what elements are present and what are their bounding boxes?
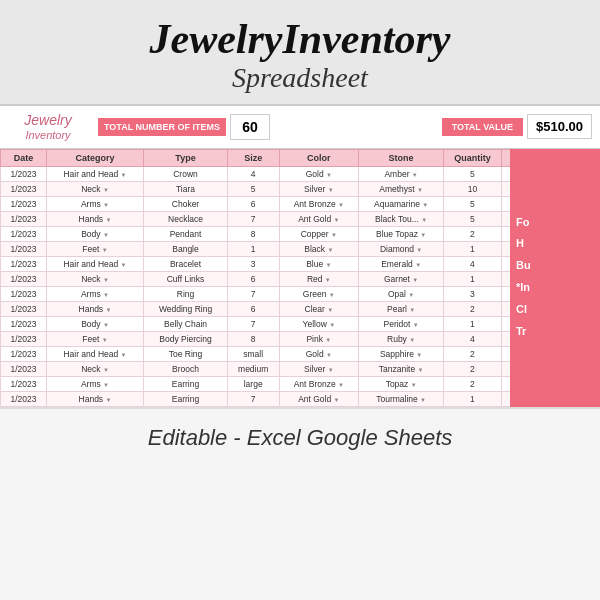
table-cell: 6 xyxy=(227,271,279,286)
table-cell: Ant Bronze ▼ xyxy=(279,376,359,391)
table-cell: 5 xyxy=(444,166,502,181)
footer-text: Editable - Excel Google Sheets xyxy=(10,425,590,451)
table-cell: Tiara xyxy=(144,181,228,196)
header: Jewelry Inventory Spreadsheet xyxy=(0,0,600,104)
table-cell: Ring xyxy=(144,286,228,301)
table-cell: Aquamarine ▼ xyxy=(359,196,444,211)
total-items-value: 60 xyxy=(230,114,270,140)
table-cell: Crown xyxy=(144,166,228,181)
table-cell: 2 xyxy=(444,346,502,361)
table-cell: 1 xyxy=(444,271,502,286)
table-cell: 3 xyxy=(444,286,502,301)
table-cell: medium xyxy=(227,361,279,376)
total-value-value: $510.00 xyxy=(527,114,592,139)
table-cell: Arms ▼ xyxy=(46,376,143,391)
table-cell: 2 xyxy=(444,376,502,391)
table-cell: Neck ▼ xyxy=(46,271,143,286)
table-cell: Black ▼ xyxy=(279,241,359,256)
table-cell: Ant Bronze ▼ xyxy=(279,196,359,211)
table-cell: Black Tou... ▼ xyxy=(359,211,444,226)
table-cell: large xyxy=(227,376,279,391)
table-cell: 1/2023 xyxy=(1,211,47,226)
table-cell: small xyxy=(227,346,279,361)
table-cell: 5 xyxy=(444,211,502,226)
table-cell: Neck ▼ xyxy=(46,181,143,196)
table-cell: 10 xyxy=(444,181,502,196)
table-cell: 7 xyxy=(227,316,279,331)
table-cell: Wedding Ring xyxy=(144,301,228,316)
table-cell: Choker xyxy=(144,196,228,211)
logo-line2: Inventory xyxy=(8,129,88,142)
table-cell: 1/2023 xyxy=(1,271,47,286)
total-items-stat: TOTAL NUMBER OF ITEMS 60 xyxy=(98,114,270,140)
col-category: Category xyxy=(46,149,143,166)
table-cell: 1/2023 xyxy=(1,181,47,196)
table-cell: 1/2023 xyxy=(1,346,47,361)
total-value-label: TOTAL VALUE xyxy=(442,118,523,137)
table-cell: Earring xyxy=(144,391,228,406)
table-cell: 7 xyxy=(227,391,279,406)
table-cell: 1/2023 xyxy=(1,256,47,271)
table-cell: 8 xyxy=(227,331,279,346)
table-cell: Emerald ▼ xyxy=(359,256,444,271)
table-cell: Red ▼ xyxy=(279,271,359,286)
table-cell: Tanzanite ▼ xyxy=(359,361,444,376)
col-stone: Stone xyxy=(359,149,444,166)
table-cell: 1 xyxy=(444,316,502,331)
table-cell: Pearl ▼ xyxy=(359,301,444,316)
table-cell: Diamond ▼ xyxy=(359,241,444,256)
table-cell: 1/2023 xyxy=(1,376,47,391)
total-value-stat: TOTAL VALUE $510.00 xyxy=(442,114,592,139)
table-cell: Ant Gold ▼ xyxy=(279,211,359,226)
col-size: Size xyxy=(227,149,279,166)
table-cell: Tourmaline ▼ xyxy=(359,391,444,406)
table-cell: Feet ▼ xyxy=(46,241,143,256)
table-cell: 1/2023 xyxy=(1,331,47,346)
table-cell: 1/2023 xyxy=(1,316,47,331)
table-cell: 2 xyxy=(444,361,502,376)
table-cell: 1 xyxy=(444,391,502,406)
title-jewelry: Jewelry xyxy=(150,18,283,60)
table-cell: Blue Topaz ▼ xyxy=(359,226,444,241)
table-cell: Neck ▼ xyxy=(46,361,143,376)
table-cell: Hair and Head ▼ xyxy=(46,346,143,361)
table-cell: Silver ▼ xyxy=(279,181,359,196)
table-cell: Cuff Links xyxy=(144,271,228,286)
table-cell: Sapphire ▼ xyxy=(359,346,444,361)
table-cell: Bangle xyxy=(144,241,228,256)
table-cell: Yellow ▼ xyxy=(279,316,359,331)
table-cell: Clear ▼ xyxy=(279,301,359,316)
title-inventory: Inventory xyxy=(282,18,450,60)
table-cell: Gold ▼ xyxy=(279,346,359,361)
table-cell: Hair and Head ▼ xyxy=(46,256,143,271)
table-cell: 6 xyxy=(227,301,279,316)
table-cell: Blue ▼ xyxy=(279,256,359,271)
table-cell: 7 xyxy=(227,211,279,226)
table-cell: 1/2023 xyxy=(1,226,47,241)
table-cell: Hands ▼ xyxy=(46,301,143,316)
table-cell: 1 xyxy=(227,241,279,256)
table-cell: Copper ▼ xyxy=(279,226,359,241)
table-cell: Arms ▼ xyxy=(46,286,143,301)
inventory-table-wrapper: Date Category Type Size Color Stone Quan… xyxy=(0,149,600,407)
table-cell: 4 xyxy=(227,166,279,181)
table-cell: 4 xyxy=(444,331,502,346)
table-cell: Gold ▼ xyxy=(279,166,359,181)
table-cell: Silver ▼ xyxy=(279,361,359,376)
table-cell: Hair and Head ▼ xyxy=(46,166,143,181)
table-cell: 2 xyxy=(444,301,502,316)
logo-area: Jewelry Inventory xyxy=(8,112,88,142)
table-cell: 1 xyxy=(444,241,502,256)
table-cell: 1/2023 xyxy=(1,361,47,376)
table-cell: Body ▼ xyxy=(46,316,143,331)
table-cell: 1/2023 xyxy=(1,241,47,256)
table-cell: Feet ▼ xyxy=(46,331,143,346)
table-cell: 4 xyxy=(444,256,502,271)
table-cell: 7 xyxy=(227,286,279,301)
total-items-label: TOTAL NUMBER OF ITEMS xyxy=(98,118,226,137)
table-cell: Amber ▼ xyxy=(359,166,444,181)
table-cell: Ant Gold ▼ xyxy=(279,391,359,406)
table-cell: Arms ▼ xyxy=(46,196,143,211)
table-cell: 1/2023 xyxy=(1,196,47,211)
table-cell: Amethyst ▼ xyxy=(359,181,444,196)
